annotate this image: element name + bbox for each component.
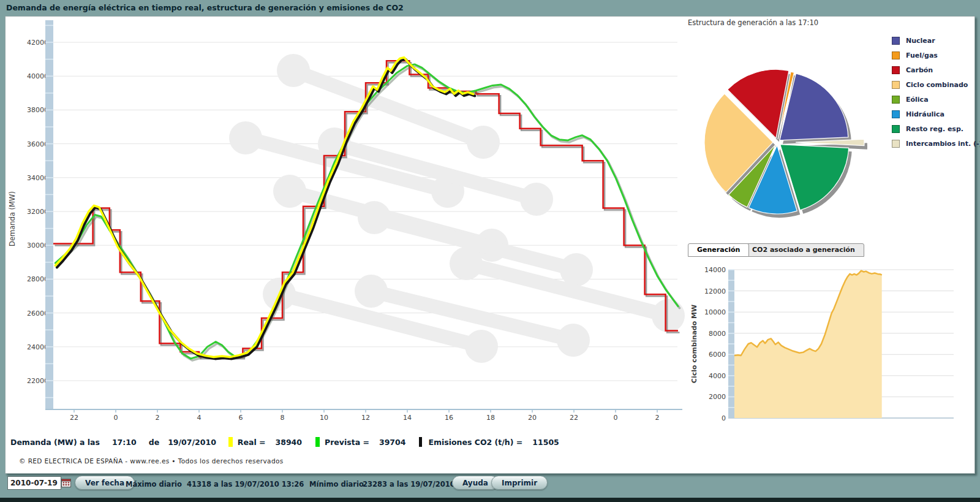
legend-label: Fuel/gas	[906, 51, 938, 59]
toolbar: Ver fecha Máximo diario 41318 a las 19/0…	[0, 472, 980, 498]
y-tick-label: 30000	[27, 241, 48, 249]
main-panel: 2200024000260002800030000320003400036000…	[5, 16, 975, 474]
prevista-marker-icon	[315, 437, 320, 447]
y-tick-label: 38000	[27, 106, 48, 114]
page-title: Demanda de energía eléctrica en tiempo r…	[6, 3, 404, 12]
status-date: 19/07/2010	[168, 438, 216, 447]
legend-label: Resto reg. esp.	[906, 125, 963, 133]
date-input[interactable]	[7, 476, 61, 490]
y-tick-label: 24000	[27, 343, 48, 351]
real-label: Real =	[238, 438, 266, 447]
ree-demand-page: { "header": { "title": "Demanda de energ…	[0, 0, 980, 502]
y-tick-label: 22000	[27, 377, 48, 385]
x-tick-label: 0	[614, 414, 618, 422]
tab-generacion[interactable]: Generación	[688, 243, 749, 257]
y-tick-label: 28000	[27, 275, 48, 283]
maximo-diario-value: 41318 a las 19/07/2010 13:26	[187, 480, 304, 489]
chart-element	[66, 482, 67, 484]
x-tick-label: 20	[528, 414, 537, 422]
x-tick-label: 2	[655, 414, 660, 422]
chart-element	[68, 484, 70, 485]
y-tick-label: 0	[722, 414, 726, 422]
calendar-icon[interactable]	[61, 478, 71, 488]
y-tick-label: 10000	[704, 308, 726, 316]
x-tick-label: 8	[281, 414, 285, 422]
chart-element	[63, 484, 65, 485]
x-tick-label: 12	[361, 414, 370, 422]
chart-element	[465, 330, 498, 363]
chart-element	[68, 482, 70, 484]
ciclo-combinado-chart: 02000400060008000100001200014000Ciclo co…	[687, 262, 962, 427]
legend-swatch-icon	[892, 125, 900, 133]
chart-element	[467, 126, 500, 159]
legend-item: Eólica	[892, 92, 980, 107]
chart-element	[560, 253, 593, 286]
x-tick-label: 16	[445, 414, 453, 422]
maximo-diario-label: Máximo diario	[126, 480, 182, 489]
legend-swatch-icon	[892, 66, 900, 74]
x-tick-label: 2	[156, 414, 160, 422]
x-tick-label: 10	[320, 414, 328, 422]
legend-item: Nuclear	[892, 33, 980, 48]
chart-element	[229, 121, 262, 154]
ciclo-axis-title: Ciclo combinado MW	[690, 305, 698, 383]
legend-label: Eólica	[906, 96, 929, 104]
legend-swatch-icon	[892, 96, 900, 104]
legend-item: Resto reg. esp.	[892, 121, 980, 136]
real-value: 38940	[276, 438, 303, 447]
prevista-value: 39704	[379, 438, 406, 447]
y-tick-label: 32000	[27, 208, 48, 216]
emisiones-value: 11505	[532, 438, 559, 447]
status-de: de	[149, 438, 159, 447]
demand-chart: 2200024000260002800030000320003400036000…	[6, 17, 685, 446]
y-axis-band	[45, 20, 53, 409]
demand-axis-title: Demanda (MW)	[8, 191, 17, 246]
y-tick-label: 12000	[704, 287, 726, 295]
y-tick-label: 42000	[27, 39, 48, 47]
status-line: Demanda (MW) a las 17:10 de 19/07/2010 R…	[10, 437, 559, 447]
chart-element	[358, 201, 391, 234]
chart-element	[277, 54, 310, 87]
legend-swatch-icon	[892, 81, 900, 89]
bottom-strip	[0, 498, 980, 502]
legend-label: Ciclo combinado	[906, 81, 968, 89]
pie-legend: NuclearFuel/gasCarbónCiclo combinadoEóli…	[892, 33, 980, 151]
legend-label: Hidráulica	[906, 110, 944, 118]
imprimir-button[interactable]: Imprimir	[491, 476, 548, 490]
x-tick-label: 4	[197, 414, 202, 422]
chart-element	[355, 275, 388, 308]
ciclo-area	[734, 271, 882, 418]
legend-item: Fuel/gas	[892, 48, 980, 63]
legend-label: Carbón	[906, 66, 933, 74]
series-real	[55, 58, 473, 357]
legend-label: Intercambios int. (-)	[906, 140, 980, 148]
title-bar: Demanda de energía eléctrica en tiempo r…	[0, 0, 980, 16]
legend-label: Nuclear	[906, 37, 935, 45]
tab-co2-asociado[interactable]: CO2 asociado a generación	[743, 243, 864, 257]
y-tick-label: 2000	[709, 393, 726, 401]
emisiones-marker-icon	[419, 437, 422, 447]
y-tick-label: 34000	[27, 174, 48, 182]
y-tick-label: 40000	[27, 72, 48, 80]
status-time: 17:10	[112, 438, 137, 447]
legend-swatch-icon	[892, 51, 900, 59]
chart-element	[450, 247, 483, 280]
chart-element	[66, 484, 67, 485]
legend-item: Carbón	[892, 63, 980, 77]
y-tick-label: 36000	[27, 140, 48, 148]
legend-item: Hidráulica	[892, 107, 980, 121]
real-marker-icon	[228, 437, 233, 447]
chart-element	[652, 299, 685, 332]
legend-swatch-icon	[892, 37, 900, 45]
x-tick-label: 18	[486, 414, 495, 422]
legend-swatch-icon	[892, 110, 900, 118]
y-tick-label: 6000	[709, 351, 726, 359]
y-tick-label: 4000	[709, 372, 726, 380]
chart-element	[273, 175, 306, 208]
legend-item: Ciclo combinado	[892, 77, 980, 92]
chart-element	[557, 324, 590, 357]
legend-item: Intercambios int. (-)	[892, 136, 980, 151]
status-prefix: Demanda (MW) a las	[10, 438, 100, 447]
y-tick-label: 8000	[709, 330, 726, 338]
prevista-label: Prevista =	[325, 438, 369, 447]
